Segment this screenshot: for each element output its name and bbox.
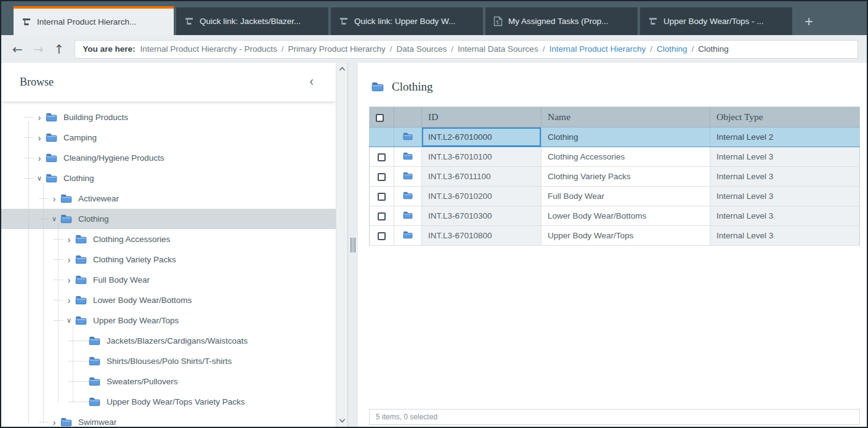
tree-item-clothing[interactable]: ∨ Clothing [1,209,336,229]
tree-item-label[interactable]: Clothing Accessories [93,235,170,244]
tree-item-full-body-wear[interactable]: › Full Body Wear [1,270,336,290]
cell-object-type[interactable]: Internal Level 2 [710,127,860,147]
detail-panel: Clothing ID Name Object Type INT.L2-6701… [358,63,867,427]
row-checkbox[interactable] [378,212,386,220]
folder-icon [75,296,87,305]
cell-name[interactable]: Lower Body Wear/Bottoms [541,206,710,226]
tree-item-label[interactable]: Clothing Variety Packs [93,255,176,264]
table-row[interactable]: INT.L3-67010100 Clothing Accessories Int… [370,147,860,167]
up-arrow-icon[interactable]: ↑ [54,43,65,55]
tree-item-building-products[interactable]: › Building Products [1,107,336,127]
chevron-right-icon[interactable]: › [33,153,46,163]
tab-1[interactable]: Internal Product Hierarch... [14,6,174,35]
row-checkbox[interactable] [378,232,386,240]
table-row[interactable]: INT.L2-67010000 Clothing Internal Level … [370,127,860,147]
scroll-up-icon[interactable] [339,67,346,71]
chevron-right-icon[interactable]: › [63,275,75,285]
panel-splitter[interactable] [347,63,358,427]
cell-id[interactable]: INT.L3-67011100 [422,167,541,187]
tree-scrollbar[interactable] [336,63,347,427]
cell-id[interactable]: INT.L3-67010100 [422,147,541,167]
row-checkbox[interactable] [378,193,386,201]
chevron-right-icon[interactable]: › [48,418,60,427]
table-row[interactable]: INT.L3-67011100 Clothing Variety Packs I… [370,167,860,187]
row-icon-cell [394,206,422,226]
breadcrumb-item[interactable]: Internal Product Hierarchy [549,44,646,54]
tab-5[interactable]: Upper Body Wear/Tops - ... [640,7,792,35]
tree-item-label[interactable]: Upper Body Wear/Tops Variety Packs [107,397,245,406]
tree-item-label[interactable]: Lower Body Wear/Bottoms [93,296,192,305]
new-tab-button[interactable]: + [795,7,823,35]
chevron-right-icon[interactable]: › [48,194,60,204]
cell-name[interactable]: Clothing [541,127,710,147]
column-header-name[interactable]: Name [541,107,710,127]
cell-name[interactable]: Upper Body Wear/Tops [541,226,710,246]
tree-item-lower-body-wear-bottoms[interactable]: › Lower Body Wear/Bottoms [1,290,336,310]
tree-item-label[interactable]: Camping [63,133,97,142]
tree-item-clothing[interactable]: ∨ Clothing [1,168,336,188]
cell-id[interactable]: INT.L2-67010000 [422,127,541,147]
tree-item-upper-body-wear-tops-variety-packs[interactable]: Upper Body Wear/Tops Variety Packs [1,392,336,412]
cell-name[interactable]: Clothing Accessories [541,147,710,167]
chevron-down-icon[interactable]: ∨ [63,317,75,325]
chevron-right-icon[interactable]: › [63,296,75,305]
tree-item-label[interactable]: Shirts/Blouses/Polo Shirts/T-shirts [107,357,232,366]
column-header-id[interactable]: ID [422,107,541,127]
chevron-down-icon[interactable]: ∨ [33,174,46,182]
splitter-grip-icon[interactable] [351,238,355,252]
tree-item-label[interactable]: Sweaters/Pullovers [107,377,178,386]
tree-item-label[interactable]: Cleaning/Hygiene Products [63,153,164,163]
cell-object-type[interactable]: Internal Level 3 [710,147,860,167]
tab-2[interactable]: Quick link: Jackets/Blazer... [176,7,328,35]
tree-item-cleaning-hygiene-products[interactable]: › Cleaning/Hygiene Products [1,148,336,168]
cell-object-type[interactable]: Internal Level 3 [710,226,860,246]
cell-object-type[interactable]: Internal Level 3 [710,206,860,226]
tree-item-upper-body-wear-tops[interactable]: ∨ Upper Body Wear/Tops [1,310,336,331]
cell-id[interactable]: INT.L3-67010200 [422,187,541,206]
breadcrumb-item[interactable]: Clothing [657,44,688,54]
tree-item-label[interactable]: Clothing [78,214,109,224]
collapse-panel-icon[interactable]: ‹ [309,73,314,89]
cell-object-type[interactable]: Internal Level 3 [710,167,860,187]
scroll-down-icon[interactable] [339,418,346,423]
cell-object-type[interactable]: Internal Level 3 [710,187,860,206]
folder-icon [403,212,413,221]
tree-item-activewear[interactable]: › Activewear [1,188,336,209]
chevron-right-icon[interactable]: › [63,255,75,265]
tree-item-label[interactable]: Building Products [63,113,128,122]
row-checkbox[interactable] [378,173,386,181]
cell-id[interactable]: INT.L3-67010800 [422,226,541,246]
tree-item-label[interactable]: Swimwear [78,418,116,427]
chevron-down-icon[interactable]: ∨ [48,215,60,223]
tree-item-camping[interactable]: › Camping [1,127,336,148]
tree-item-shirts-blouses-polo-shirts-t-shirts[interactable]: Shirts/Blouses/Polo Shirts/T-shirts [1,351,336,371]
tree-item-label[interactable]: Clothing [63,174,94,183]
cell-id[interactable]: INT.L3-67010300 [422,206,541,226]
table-row[interactable]: INT.L3-67010200 Full Body Wear Internal … [370,187,860,206]
tree-item-label[interactable]: Jackets/Blazers/Cardigans/Waistcoats [107,336,248,345]
back-arrow-icon[interactable]: ← [12,43,23,55]
cell-name[interactable]: Clothing Variety Packs [541,167,710,187]
chevron-right-icon[interactable]: › [33,133,46,143]
tree-item-sweaters-pullovers[interactable]: Sweaters/Pullovers [1,371,336,392]
tree-connector [69,402,89,402]
tree-connector [25,158,33,158]
column-header-object-type[interactable]: Object Type [710,107,860,127]
table-row[interactable]: INT.L3-67010300 Lower Body Wear/Bottoms … [370,206,860,226]
cell-name[interactable]: Full Body Wear [541,187,710,206]
tab-4[interactable]: My Assigned Tasks (Prop... [485,7,638,35]
chevron-right-icon[interactable]: › [63,235,75,244]
row-checkbox[interactable] [378,153,386,161]
tree-item-label[interactable]: Activewear [78,194,119,203]
row-checkbox-cell [370,226,394,246]
tree-item-label[interactable]: Upper Body Wear/Tops [93,316,179,325]
tab-3[interactable]: Quick link: Upper Body W... [331,7,483,35]
table-row[interactable]: INT.L3-67010800 Upper Body Wear/Tops Int… [370,226,860,246]
tree-item-jackets-blazers-cardigans-waistcoats[interactable]: Jackets/Blazers/Cardigans/Waistcoats [1,331,336,351]
select-all-checkbox[interactable] [376,114,384,122]
tree-item-clothing-variety-packs[interactable]: › Clothing Variety Packs [1,249,336,270]
tree-item-clothing-accessories[interactable]: › Clothing Accessories [1,229,336,249]
tree-item-label[interactable]: Full Body Wear [93,275,150,285]
tree-item-swimwear[interactable]: › Swimwear [1,412,336,427]
chevron-right-icon[interactable]: › [33,113,46,123]
